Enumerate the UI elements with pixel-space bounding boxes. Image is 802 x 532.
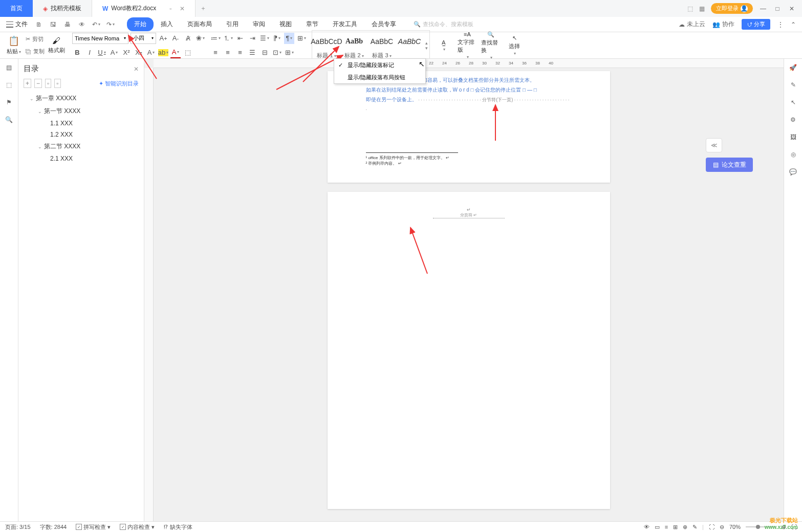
- align-right-button[interactable]: ≡: [235, 47, 245, 58]
- new-tab-button[interactable]: ＋: [196, 4, 211, 13]
- login-button[interactable]: 立即登录 👤: [711, 3, 753, 14]
- strikethrough-button[interactable]: A: [109, 47, 119, 58]
- view-read-icon[interactable]: ⊕: [683, 524, 687, 530]
- italic-button[interactable]: I: [84, 47, 95, 58]
- toc-item[interactable]: ⌄第一章 XXXXX: [24, 92, 139, 105]
- tab-document[interactable]: W Word教程2.docx ▫ ✕: [92, 0, 196, 17]
- dropdown-item-layout[interactable]: 显示/隐藏段落布局按钮: [334, 71, 425, 83]
- dropdown-item-marks[interactable]: 显示/隐藏段落标记: [334, 59, 425, 71]
- command-search[interactable]: 🔍 查找命令、搜索模板: [414, 20, 473, 28]
- copy-button[interactable]: ⿻复制: [26, 46, 45, 57]
- paste-button[interactable]: 📋 粘贴: [4, 35, 24, 55]
- menu-tab-start[interactable]: 开始: [127, 17, 154, 31]
- find-replace-button[interactable]: 🔍 查找替换: [481, 31, 501, 60]
- align-center-button[interactable]: ≡: [223, 47, 233, 58]
- toc-item[interactable]: ⌄第一节 XXXX: [24, 105, 139, 118]
- preview-icon[interactable]: 👁: [77, 19, 86, 30]
- task-expand-button[interactable]: ≪: [706, 138, 722, 152]
- numbering-button[interactable]: ⒈: [223, 33, 233, 44]
- more-icon[interactable]: ⋮: [777, 21, 784, 28]
- distribute-button[interactable]: ⊟: [259, 47, 270, 58]
- style-heading2[interactable]: AaBb: [340, 31, 368, 52]
- menu-tab-layout[interactable]: 页面布局: [180, 17, 219, 31]
- file-menu[interactable]: 文件: [3, 18, 31, 31]
- share-button[interactable]: ⮍ 分享: [742, 19, 770, 30]
- view-page-icon[interactable]: ▭: [655, 524, 660, 530]
- char-border-button[interactable]: ⬚: [183, 47, 193, 58]
- redo-button[interactable]: ↷: [106, 19, 115, 30]
- text-direction-button[interactable]: ⁋: [272, 33, 282, 44]
- line-spacing-button[interactable]: ☰: [259, 33, 270, 44]
- tabs-button[interactable]: ⊞: [284, 47, 294, 58]
- collapse-ribbon-icon[interactable]: ⌃: [791, 21, 796, 28]
- font-size-select[interactable]: 小四▾: [131, 33, 156, 44]
- shrink-font-icon[interactable]: A-: [170, 33, 181, 44]
- close-window-button[interactable]: ✕: [788, 5, 796, 13]
- content-check-toggle[interactable]: ✓内容检查 ▾: [120, 523, 155, 531]
- bullets-button[interactable]: ≔: [210, 33, 221, 44]
- highlight-button[interactable]: ab: [158, 49, 168, 56]
- tab-menu-icon[interactable]: ▫: [169, 5, 171, 12]
- print-icon[interactable]: 🖶: [63, 19, 72, 30]
- style-scroll[interactable]: ▴▾: [424, 31, 429, 59]
- style-more[interactable]: AaBbC: [396, 31, 423, 52]
- word-count[interactable]: 字数: 2844: [40, 523, 67, 531]
- tab-home[interactable]: 首页: [0, 0, 33, 17]
- workspace-icon[interactable]: ⬚: [687, 5, 693, 12]
- style-gallery[interactable]: AaBbCcD AaBb AaBbC AaBbC 标题 1 标题 2 标题 3 …: [312, 30, 430, 60]
- toc-collapse-icon[interactable]: ▫: [54, 79, 60, 88]
- increase-indent-button[interactable]: ⇥: [247, 33, 257, 44]
- fit-icon[interactable]: ⛶: [709, 524, 714, 530]
- rail-image-icon[interactable]: 🖼: [790, 134, 796, 141]
- format-painter-button[interactable]: 🖌 格式刷: [47, 36, 66, 54]
- style-heading1[interactable]: AaBbCcD: [313, 31, 340, 52]
- superscript-button[interactable]: X²: [121, 47, 132, 58]
- smart-toc-link[interactable]: ✦智能识别目录: [99, 79, 139, 88]
- menu-tab-insert[interactable]: 插入: [154, 17, 180, 31]
- menu-tab-vip[interactable]: 会员专享: [364, 17, 403, 31]
- cloud-status[interactable]: ☁未上云: [679, 20, 705, 29]
- style-heading3[interactable]: AaBbC: [368, 31, 396, 52]
- select-button[interactable]: ↖ 选择: [505, 35, 524, 56]
- align-justify-button[interactable]: ☰: [247, 47, 257, 58]
- rail-search-icon[interactable]: 🔍: [5, 116, 13, 123]
- missing-font[interactable]: ⁉缺失字体: [164, 523, 192, 531]
- align-left-button[interactable]: ≡: [210, 47, 221, 58]
- toc-item[interactable]: ⌄第二节 XXXX: [24, 140, 139, 153]
- font-family-select[interactable]: Times New Roma▾: [72, 33, 128, 44]
- toc-item[interactable]: 1.1 XXX: [24, 118, 139, 129]
- view-web-icon[interactable]: ⊞: [673, 524, 678, 530]
- rail-outline-icon[interactable]: ▤: [6, 64, 12, 71]
- rail-pointer-icon[interactable]: ↖: [791, 99, 796, 106]
- new-style-button[interactable]: A̲: [434, 39, 453, 52]
- close-icon[interactable]: ✕: [180, 5, 185, 12]
- grow-font-icon[interactable]: A+: [158, 33, 168, 44]
- spell-check-toggle[interactable]: ✓拼写检查 ▾: [76, 523, 111, 531]
- rail-folder-icon[interactable]: ⬚: [6, 81, 12, 88]
- menu-tab-reference[interactable]: 引用: [219, 17, 246, 31]
- menu-tab-dev[interactable]: 开发工具: [326, 17, 364, 31]
- menu-tab-review[interactable]: 审阅: [246, 17, 272, 31]
- toc-remove-icon[interactable]: −: [34, 79, 42, 88]
- maximize-button[interactable]: □: [773, 5, 782, 13]
- view-write-icon[interactable]: ✎: [692, 524, 697, 530]
- decrease-indent-button[interactable]: ⇤: [235, 33, 245, 44]
- page-indicator[interactable]: 页面: 3/15: [5, 523, 31, 531]
- view-outline-icon[interactable]: ≡: [665, 524, 668, 530]
- shading-button[interactable]: ⊡: [272, 47, 282, 58]
- rail-rocket-icon[interactable]: 🚀: [789, 64, 797, 71]
- text-layout-button[interactable]: ≡A 文字排版: [458, 31, 477, 59]
- toc-add-icon[interactable]: +: [24, 79, 31, 88]
- close-sidebar-icon[interactable]: ✕: [134, 65, 139, 73]
- phonetic-icon[interactable]: ❀: [195, 33, 205, 44]
- thesis-check-button[interactable]: ▤ 论文查重: [706, 158, 753, 172]
- bold-button[interactable]: B: [72, 47, 82, 58]
- rail-settings-icon[interactable]: ⚙: [790, 116, 796, 123]
- underline-button[interactable]: U: [97, 47, 107, 58]
- rail-pen-icon[interactable]: ✎: [791, 81, 796, 88]
- toc-item[interactable]: 1.2 XXX: [24, 129, 139, 140]
- paragraph-marks-button[interactable]: ¶: [284, 33, 294, 44]
- collab-button[interactable]: 👥协作: [712, 20, 734, 29]
- clear-format-icon[interactable]: A̷: [183, 33, 193, 44]
- cut-button[interactable]: ✂剪切: [26, 34, 45, 45]
